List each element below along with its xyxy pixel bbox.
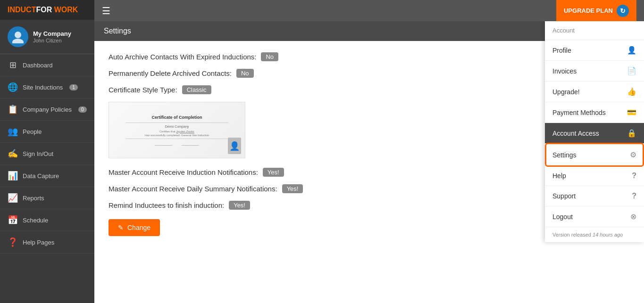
setting-value-yes: Yes! [263,168,284,177]
company-policies-badge: 0 [78,106,87,113]
upgrade-label: Upgrade! [552,88,580,96]
settings-label: Settings [552,151,577,159]
change-label: Change [127,224,151,231]
dropdown-item-payment-methods[interactable]: Payment Methods 💳 [545,102,644,123]
support-icon: ? [632,192,636,200]
setting-value-yes: Yes! [282,184,303,193]
upgrade-button[interactable]: UPGRADE PLAN ↻ [556,0,636,21]
sidebar-item-schedule[interactable]: 📅 Schedule [0,209,94,231]
account-access-label: Account Access [552,130,599,137]
company-policies-icon: 📋 [8,104,18,115]
schedule-icon: 📅 [8,215,18,225]
account-dropdown: Account Profile 👤 Invoices 📄 Upgrade! 👍 … [545,21,644,242]
account-access-icon: 🔒 [627,129,636,138]
content-area: Settings Auto Archive Contacts With Expi… [94,21,644,303]
company-name: My Company [33,30,71,38]
invoices-icon: 📄 [627,66,636,75]
data-capture-icon: 📊 [8,171,18,181]
sidebar-item-help-pages[interactable]: ❓ Help Pages [0,231,94,254]
dropdown-item-settings[interactable]: Settings ⚙ [547,145,642,165]
account-header: Account [545,21,644,40]
certificate-preview: Certificate of Completion Demo Company C… [109,102,245,158]
settings-item-wrapper: Settings ⚙ [545,144,644,166]
sidebar-item-dashboard[interactable]: ⊞ Dashboard [0,54,94,76]
site-inductions-icon: 🌐 [8,82,18,92]
setting-label: Master Account Receive Daily Summary Not… [109,185,277,193]
setting-value-classic: Classic [182,85,211,94]
sidebar-item-label: Company Policies [23,106,72,113]
sign-in-out-icon: ✍ [8,148,18,159]
sidebar-item-data-capture[interactable]: 📊 Data Capture [0,165,94,187]
dashboard-icon: ⊞ [8,60,18,70]
logo-text: INDUCTFOR WORK [8,6,78,14]
dropdown-item-logout[interactable]: Logout ⊗ [545,206,644,227]
sidebar-item-label: Help Pages [23,239,54,246]
change-icon: ✎ [118,224,124,231]
profile-label: Profile [552,47,571,54]
setting-value-yes: Yes! [229,201,250,210]
sidebar: INDUCTFOR WORK My Company John Citizen ⊞… [0,0,94,303]
avatar [8,26,28,47]
logout-label: Logout [552,213,573,221]
logout-icon: ⊗ [630,212,636,221]
dropdown-item-invoices[interactable]: Invoices 📄 [545,61,644,82]
user-name: John Citizen [33,38,71,43]
refresh-icon: ↻ [617,5,629,17]
setting-label: Remind Inductees to finish induction: [109,201,224,209]
sidebar-item-people[interactable]: 👥 People [0,121,94,143]
invoices-label: Invoices [552,67,577,75]
logo: INDUCTFOR WORK [0,0,94,20]
sidebar-item-label: Sign In/Out [23,150,53,157]
cert-title: Certificate of Completion [151,115,202,120]
setting-value-no: No [236,69,254,78]
sidebar-item-label: Reports [23,195,44,202]
svg-point-0 [15,32,21,38]
reports-icon: 📈 [8,193,18,203]
settings-icon: ⚙ [630,150,636,159]
topbar-right: UPGRADE PLAN ↻ [556,0,636,21]
sidebar-item-label: People [23,128,42,135]
svg-point-1 [12,39,24,43]
help-label: Help [552,172,566,180]
payment-methods-label: Payment Methods [552,109,606,116]
dropdown-item-upgrade[interactable]: Upgrade! 👍 [545,82,644,102]
cert-company: Demo Company [165,125,189,128]
upgrade-label: UPGRADE PLAN [564,7,613,14]
setting-label: Certificate Style Type: [109,86,177,94]
dropdown-item-help[interactable]: Help ? [545,166,644,186]
account-header-label: Account [552,27,575,34]
topbar: ☰ UPGRADE PLAN ↻ [94,0,644,21]
dropdown-item-support[interactable]: Support ? [545,186,644,206]
help-icon: ? [632,172,636,180]
upgrade-icon: 👍 [627,87,636,96]
menu-icon[interactable]: ☰ [102,5,110,16]
sidebar-item-label: Schedule [23,217,48,224]
help-pages-icon: ❓ [8,237,18,247]
dropdown-item-account-access[interactable]: Account Access 🔒 [545,123,644,144]
version-info: Version released 14 hours ago [545,227,644,242]
dropdown-item-profile[interactable]: Profile 👤 [545,40,644,61]
people-icon: 👥 [8,126,18,137]
sidebar-item-sign-in-out[interactable]: ✍ Sign In/Out [0,143,94,165]
setting-value-no: No [261,52,278,61]
payment-methods-icon: 💳 [627,108,636,117]
setting-label: Auto Archive Contacts With Expired Induc… [109,53,256,61]
change-button[interactable]: ✎ Change [109,219,160,236]
main-content: ☰ UPGRADE PLAN ↻ Settings Auto Archive C… [94,0,644,303]
sidebar-nav: ⊞ Dashboard 🌐 Site Inductions 1 📋 Compan… [0,54,94,303]
sidebar-item-site-inductions[interactable]: 🌐 Site Inductions 1 [0,76,94,98]
setting-label: Permanently Delete Archived Contacts: [109,69,232,77]
sidebar-item-label: Data Capture [23,172,59,180]
cert-photo: 👤 [228,138,241,154]
sidebar-item-company-policies[interactable]: 📋 Company Policies 0 [0,98,94,121]
sidebar-item-label: Site Inductions [23,84,63,91]
profile-icon: 👤 [627,46,636,55]
sidebar-item-label: Dashboard [23,62,53,69]
version-time: 14 hours ago [593,232,623,237]
sidebar-item-reports[interactable]: 📈 Reports [0,187,94,209]
support-label: Support [552,192,576,200]
setting-label: Master Account Receive Induction Notific… [109,168,258,176]
version-text: Version released [552,232,591,237]
settings-title: Settings [104,27,131,35]
sidebar-profile: My Company John Citizen [0,20,94,54]
